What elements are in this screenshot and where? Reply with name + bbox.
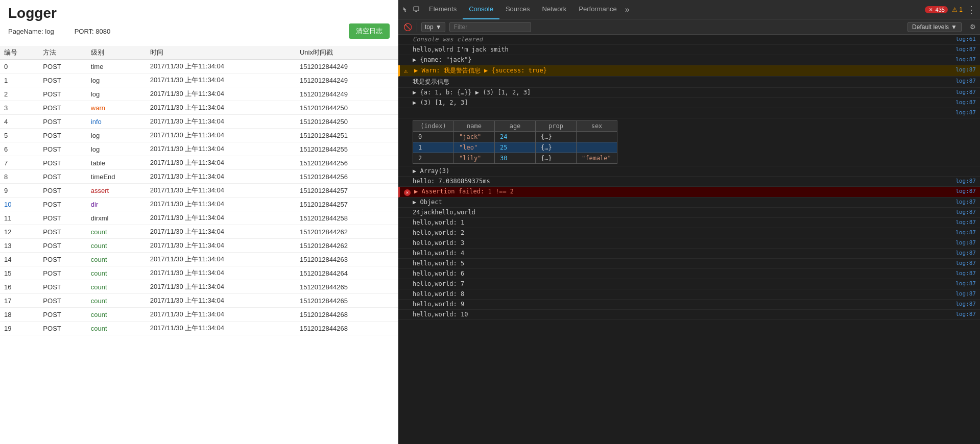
- cell-time: 2017/11/30 上午11:34:04: [146, 101, 296, 115]
- cell-time: 2017/11/30 上午11:34:04: [146, 225, 296, 239]
- table-header: 编号 方法 级别 时间 Unix时间戳: [0, 46, 398, 60]
- console-line: 我是提示信息log:87: [398, 77, 980, 88]
- log-levels-selector[interactable]: Default levels ▼: [907, 22, 962, 32]
- cell-level: dir: [87, 198, 146, 211]
- line-ref[interactable]: log:87: [950, 178, 976, 184]
- line-text: hello,world: 4: [413, 250, 948, 257]
- cell-level: time: [87, 60, 146, 73]
- console-line: hello,world: 10log:87: [398, 310, 980, 320]
- line-icon: ✕: [404, 189, 412, 196]
- line-ref[interactable]: log:61: [950, 36, 976, 42]
- levels-chevron-icon: ▼: [951, 23, 957, 31]
- line-text: hello,world: 2: [413, 229, 948, 236]
- line-ref[interactable]: log:87: [950, 99, 976, 106]
- cell-level: assert: [87, 184, 146, 198]
- cell-level: count: [87, 253, 146, 266]
- table-row: 10 POST dir 2017/11/30 上午11:34:04 151201…: [0, 198, 398, 211]
- clear-log-button[interactable]: 清空日志: [349, 23, 390, 39]
- col-level: 级别: [87, 46, 146, 60]
- line-text: hello,wolrd I'm jack smith: [413, 46, 948, 53]
- line-ref[interactable]: log:87: [950, 56, 976, 63]
- cell-unix: 1512012844263: [296, 253, 398, 266]
- cell-num: 17: [0, 294, 39, 308]
- table-row: 8 POST timeEnd 2017/11/30 上午11:34:04 151…: [0, 170, 398, 184]
- cell-unix: 1512012844265: [296, 280, 398, 294]
- console-line: log:87: [398, 108, 980, 118]
- cell-level: warn: [87, 101, 146, 115]
- line-ref[interactable]: log:87: [950, 301, 976, 307]
- line-ref[interactable]: log:87: [950, 109, 976, 116]
- line-text: hello,world: 3: [413, 239, 948, 246]
- cell-num: 12: [0, 225, 39, 239]
- console-output: Console was clearedlog:61hello,wolrd I'm…: [398, 35, 980, 444]
- line-ref[interactable]: log:87: [950, 219, 976, 226]
- cell-method: POST: [39, 198, 86, 211]
- line-ref[interactable]: log:87: [950, 239, 976, 246]
- line-ref[interactable]: log:87: [950, 250, 976, 256]
- cell-num: 9: [0, 184, 39, 198]
- cell-num: 19: [0, 322, 39, 335]
- line-ref[interactable]: log:87: [950, 46, 976, 53]
- tab-elements[interactable]: Elements: [423, 0, 463, 19]
- line-ref[interactable]: log:87: [950, 290, 976, 297]
- line-ref[interactable]: log:87: [950, 270, 976, 277]
- line-ref[interactable]: log:87: [950, 78, 976, 84]
- cell-unix: 1512012844265: [296, 294, 398, 308]
- cell-time: 2017/11/30 上午11:34:04: [146, 294, 296, 308]
- cell-unix: 1512012844249: [296, 87, 398, 101]
- line-text: hello,world: 7: [413, 280, 948, 287]
- tab-console[interactable]: Console: [463, 0, 499, 19]
- devtools-menu-icon[interactable]: ⋮: [967, 4, 976, 15]
- svg-rect-1: [415, 11, 417, 12]
- line-ref[interactable]: log:87: [950, 89, 976, 95]
- filter-input[interactable]: [449, 22, 531, 32]
- cell-level: count: [87, 239, 146, 253]
- line-text: ▶ (3) [1, 2, 3]: [413, 99, 948, 106]
- cell-time: 2017/11/30 上午11:34:04: [146, 253, 296, 266]
- log-table: 编号 方法 级别 时间 Unix时间戳 0 POST time 2017/11/…: [0, 46, 398, 335]
- cell-level: info: [87, 115, 146, 129]
- table-row: 9 POST assert 2017/11/30 上午11:34:04 1512…: [0, 184, 398, 198]
- cell-num: 5: [0, 129, 39, 142]
- tab-sources[interactable]: Sources: [499, 0, 536, 19]
- table-row: 17 POST count 2017/11/30 上午11:34:04 1512…: [0, 294, 398, 308]
- table-row: 3 POST warn 2017/11/30 上午11:34:04 151201…: [0, 101, 398, 115]
- cell-level: dirxml: [87, 211, 146, 225]
- more-tabs-button[interactable]: »: [625, 5, 630, 14]
- line-ref[interactable]: log:87: [950, 188, 976, 194]
- cell-num: 13: [0, 239, 39, 253]
- console-line: ▶ (3) [1, 2, 3]log:87: [398, 98, 980, 108]
- line-text: 我是提示信息: [413, 78, 948, 86]
- cell-unix: 1512012844255: [296, 142, 398, 156]
- cell-unix: 1512012844256: [296, 170, 398, 184]
- line-text: hello,world: 1: [413, 219, 948, 226]
- tab-network[interactable]: Network: [536, 0, 573, 19]
- table-row: 18 POST count 2017/11/30 上午11:34:04 1512…: [0, 308, 398, 322]
- cell-unix: 1512012844262: [296, 225, 398, 239]
- line-text: ▶ Assertion failed: 1 !== 2: [414, 188, 948, 195]
- settings-gear-icon[interactable]: ⚙: [970, 23, 976, 31]
- context-selector[interactable]: top ▼: [421, 22, 445, 32]
- block-icon[interactable]: 🚫: [402, 23, 413, 31]
- console-table-line: (index)nameagepropsex 0 "jack" 24 {…} 1 …: [398, 118, 980, 166]
- tab-performance[interactable]: Performance: [572, 0, 623, 19]
- line-ref[interactable]: log:87: [950, 229, 976, 236]
- cell-unix: 1512012844256: [296, 156, 398, 170]
- cell-unix: 1512012844268: [296, 308, 398, 322]
- cell-method: POST: [39, 308, 86, 322]
- line-ref[interactable]: log:87: [950, 66, 976, 73]
- line-text: ▶ {name: "jack"}: [413, 56, 948, 63]
- col-num: 编号: [0, 46, 39, 60]
- line-ref[interactable]: log:87: [950, 209, 976, 215]
- line-ref[interactable]: log:87: [950, 199, 976, 205]
- col-method: 方法: [39, 46, 86, 60]
- line-ref[interactable]: log:87: [950, 280, 976, 287]
- cell-num: 2: [0, 87, 39, 101]
- cell-method: POST: [39, 142, 86, 156]
- line-ref[interactable]: log:87: [950, 311, 976, 317]
- cell-time: 2017/11/30 上午11:34:04: [146, 280, 296, 294]
- cell-time: 2017/11/30 上午11:34:04: [146, 129, 296, 142]
- devtools-device-icon: [413, 6, 420, 13]
- console-line: Console was clearedlog:61: [398, 35, 980, 45]
- line-ref[interactable]: log:87: [950, 260, 976, 266]
